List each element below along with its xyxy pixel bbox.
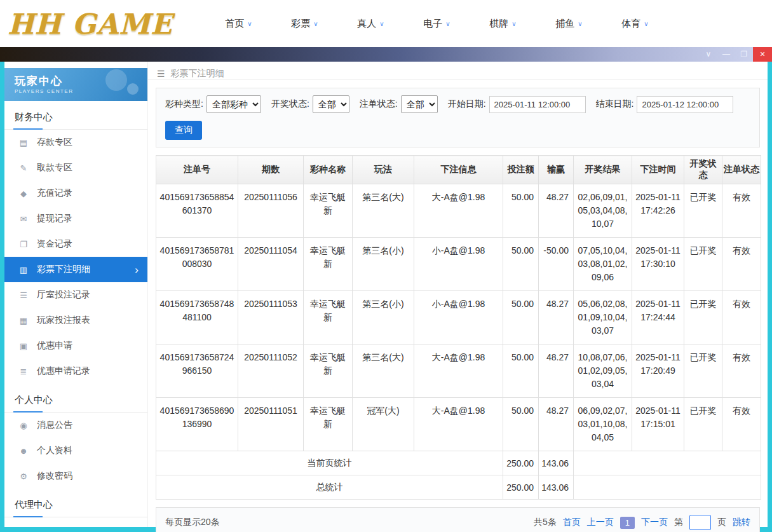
window-maximize-button[interactable]: ❐ [735, 47, 753, 62]
jump-suffix-text: 页 [717, 517, 726, 528]
sidebar-item-lottery-bet-detail[interactable]: ▥ 彩票下注明细 › [4, 257, 147, 282]
chevron-down-icon: ∨ [511, 20, 516, 27]
sidebar-item-label: 彩票下注明细 [37, 264, 90, 275]
table-cell: 幸运飞艇新 [304, 344, 353, 398]
table-cell: 有效 [722, 291, 761, 344]
lottery-bet-detail-icon: ▥ [18, 265, 29, 275]
sidebar-item-label: 充值记录 [37, 188, 72, 199]
filter-row: 彩种类型: 全部彩种 开奖状态: 全部 注单状态: [165, 95, 750, 113]
nav-item-label: 棋牌 [489, 18, 508, 29]
nav-item-slots[interactable]: 电子∨ [403, 18, 470, 30]
end-date-filter: 结束日期: [596, 96, 734, 113]
table-cell: 大-A盘@1.98 [414, 184, 503, 238]
window-chevron-button[interactable]: ∨ [700, 47, 717, 62]
table-cell: -50.00 [539, 238, 574, 291]
table-cell: 2025-01-11 17:30:10 [632, 238, 684, 291]
sidebar-item-deposit[interactable]: ▤ 存款专区 [4, 130, 147, 155]
table-cell: 20250111056 [238, 184, 304, 238]
section-label-personal: 个人中心 [4, 384, 147, 413]
lottery-type-select[interactable]: 全部彩种 [207, 95, 261, 113]
chevron-down-icon: ∨ [578, 20, 582, 27]
table-cell: 大-A盘@1.98 [414, 398, 503, 451]
table-cell: 第三名(小) [353, 291, 414, 344]
table-cell: 50.00 [503, 238, 539, 291]
players-center-banner: 玩家中心 PLAYERS CENTER [4, 68, 147, 101]
grand-summary-empty-cell [574, 475, 761, 500]
jump-button[interactable]: 跳转 [733, 517, 750, 528]
sidebar: 玩家中心 PLAYERS CENTER 财务中心 ▤ 存款专区 ✎ 取款专区 ◆… [4, 62, 147, 527]
bets-table: 注单号期数彩种名称玩法下注信息投注额输赢开奖结果下注时间开奖状态注单状态 401… [156, 155, 761, 500]
search-button[interactable]: 查询 [165, 121, 202, 140]
recharge-record-icon: ◆ [18, 189, 29, 198]
sidebar-item-funds-record[interactable]: ❐ 资金记录 [4, 231, 147, 257]
sidebar-item-hall-bet-record[interactable]: ☰ 厅室投注记录 [4, 282, 147, 308]
table-cell: 幸运飞艇新 [304, 184, 353, 238]
sidebar-item-change-password[interactable]: ⚙ 修改密码 [4, 463, 147, 489]
table-cell: 50.00 [503, 398, 539, 451]
main-nav: 首页∨ 彩票∨ 真人∨ 电子∨ 棋牌∨ 捕鱼∨ 体育∨ [205, 18, 668, 30]
lottery-type-label: 彩种类型: [165, 99, 203, 110]
end-date-input[interactable] [637, 96, 733, 113]
grand-summary-label: 总统计 [156, 475, 503, 500]
table-cell: 第三名(小) [353, 238, 414, 291]
order-status-select[interactable]: 全部 [401, 95, 438, 113]
nav-item-lottery[interactable]: 彩票∨ [271, 18, 337, 30]
nav-item-live[interactable]: 真人∨ [337, 18, 403, 30]
jump-page-input[interactable] [689, 515, 711, 530]
chevron-down-icon: ∨ [644, 20, 648, 27]
window-close-button[interactable]: × [753, 47, 772, 62]
nav-item-sports[interactable]: 体育∨ [602, 18, 668, 30]
table-cell: 2025-01-11 17:15:01 [632, 398, 684, 451]
sidebar-item-withdraw[interactable]: ✎ 取款专区 [4, 155, 147, 181]
table-cell: 2025-01-11 17:24:44 [632, 291, 684, 344]
column-header: 注单状态 [722, 156, 761, 184]
start-date-label: 开始日期: [448, 99, 486, 110]
table-cell: 幸运飞艇新 [304, 291, 353, 344]
nav-item-label: 体育 [621, 18, 640, 29]
table-cell: 401569173658748481100 [156, 291, 238, 344]
total-count-text: 共5条 [534, 517, 557, 528]
nav-item-cards[interactable]: 棋牌∨ [470, 18, 536, 30]
grand-summary-bet-total: 250.00 [503, 475, 539, 500]
table-cell: 48.27 [539, 291, 574, 344]
table-cell: 已开奖 [684, 398, 722, 451]
per-page-text: 每页显示20条 [165, 517, 220, 528]
draw-status-select[interactable]: 全部 [313, 95, 349, 113]
sidebar-item-label: 存款专区 [37, 137, 72, 148]
nav-item-fishing[interactable]: 捕鱼∨ [536, 18, 602, 30]
top-header: HH GAME 首页∨ 彩票∨ 真人∨ 电子∨ 棋牌∨ 捕鱼∨ 体育∨ [0, 0, 772, 47]
sidebar-item-recharge-record[interactable]: ◆ 充值记录 [4, 181, 147, 206]
filter-box: 彩种类型: 全部彩种 开奖状态: 全部 注单状态: [156, 88, 760, 147]
table-cell: 第三名(大) [353, 184, 414, 238]
table-cell: 401569173658690136990 [156, 398, 238, 451]
table-cell: 小-A盘@1.98 [414, 238, 503, 291]
lottery-type-filter: 彩种类型: 全部彩种 [165, 95, 261, 113]
table-cell: 48.27 [539, 398, 574, 451]
window-minimize-button[interactable]: — [717, 47, 735, 62]
column-header: 下注时间 [632, 156, 684, 184]
next-page-link[interactable]: 下一页 [641, 517, 668, 528]
current-page-indicator[interactable]: 1 [620, 517, 635, 529]
sidebar-item-label: 修改密码 [37, 470, 72, 482]
sidebar-item-withdraw-record[interactable]: ✉ 提现记录 [4, 206, 147, 231]
sidebar-item-announcements[interactable]: ◉ 消息公告 [4, 413, 147, 438]
sidebar-item-promo-apply-record[interactable]: ≣ 优惠申请记录 [4, 358, 147, 384]
table-cell: 已开奖 [684, 344, 722, 398]
table-cell: 有效 [722, 238, 761, 291]
sidebar-item-promo-apply[interactable]: ▣ 优惠申请 [4, 333, 147, 358]
prev-page-link[interactable]: 上一页 [587, 517, 614, 528]
start-date-input[interactable] [489, 96, 586, 113]
sidebar-item-label: 玩家投注报表 [37, 315, 90, 326]
table-cell: 401569173658724966150 [156, 344, 238, 398]
sidebar-item-profile[interactable]: ☻ 个人资料 [4, 438, 147, 463]
sidebar-item-label: 消息公告 [37, 419, 72, 431]
table-cell: 50.00 [503, 344, 539, 398]
nav-item-home[interactable]: 首页∨ [205, 18, 271, 30]
table-cell: 10,08,07,06,01,02,09,05,03,04 [574, 344, 632, 398]
page-summary-bet-total: 250.00 [503, 451, 539, 475]
first-page-link[interactable]: 首页 [563, 517, 581, 528]
table-cell: 50.00 [503, 184, 539, 238]
table-cell: 20250111051 [238, 398, 304, 451]
main-panel: ☰ 彩票下注明细 彩种类型: 全部彩种 开奖状态: 全部 [147, 62, 768, 527]
sidebar-item-player-bet-report[interactable]: ▦ 玩家投注报表 [4, 308, 147, 333]
